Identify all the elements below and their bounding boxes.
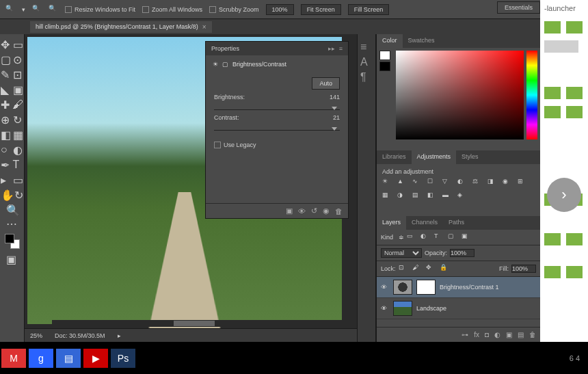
resize-windows-checkbox[interactable]: Resize Windows to Fit — [65, 6, 135, 13]
adjustments-tab[interactable]: Adjustments — [412, 150, 457, 164]
zoom-out-icon[interactable]: 🔍 — [49, 5, 58, 14]
lock-position-icon[interactable]: ✥ — [426, 264, 437, 273]
gradient-tool[interactable]: ▦ — [13, 129, 24, 141]
bg-action-btn[interactable] — [566, 106, 583, 118]
fill-screen-button[interactable]: Fill Screen — [348, 4, 390, 15]
artboard-tool[interactable]: ▭ — [13, 38, 24, 51]
lock-all-icon[interactable]: 🔒 — [440, 264, 451, 273]
filter-smart-icon[interactable]: ▣ — [462, 232, 472, 242]
color-lookup-adj-icon[interactable]: ▦ — [382, 191, 393, 201]
styles-tab[interactable]: Styles — [456, 150, 484, 164]
google-taskbar-icon[interactable]: g — [29, 349, 53, 368]
bg-action-btn[interactable] — [544, 233, 561, 245]
filter-shape-icon[interactable]: ▢ — [448, 232, 459, 242]
layer-row[interactable]: 👁 Landscape — [377, 298, 540, 319]
swatches-tab[interactable]: Swatches — [403, 34, 440, 48]
curves-adj-icon[interactable]: ∿ — [412, 178, 423, 187]
lasso-tool[interactable]: ⊙ — [13, 53, 24, 66]
history-brush-tool[interactable]: ↻ — [13, 113, 24, 126]
foreground-background-colors[interactable] — [5, 234, 20, 249]
hue-sat-adj-icon[interactable]: ◐ — [457, 178, 468, 187]
bg-action-btn[interactable] — [566, 266, 583, 278]
shape-tool[interactable]: ▭ — [13, 174, 24, 186]
layers-tab[interactable]: Layers — [377, 216, 406, 230]
color-tab[interactable]: Color — [377, 34, 403, 48]
workspace-switcher[interactable]: Essentials — [497, 1, 540, 14]
eraser-tool[interactable]: ◧ — [1, 129, 12, 141]
hand-tool[interactable]: ✋ — [1, 189, 13, 201]
tool-preset-dropdown[interactable]: ▾ — [22, 6, 25, 13]
gmail-taskbar-icon[interactable]: M — [1, 349, 26, 368]
invert-adj-icon[interactable]: ◑ — [397, 191, 408, 201]
frame-tool[interactable]: ▣ — [13, 83, 24, 96]
paths-tab[interactable]: Paths — [443, 216, 470, 230]
quick-mask-toggle[interactable]: ▣ — [6, 253, 18, 265]
lock-pixels-icon[interactable]: 🖌 — [412, 264, 423, 273]
marquee-tool[interactable]: ▢ — [1, 53, 12, 66]
brightness-contrast-adj-icon[interactable]: ☀ — [382, 178, 393, 187]
link-layers-icon[interactable]: ⊶ — [462, 331, 468, 338]
path-select-tool[interactable]: ▸ — [1, 174, 12, 186]
filter-adj-icon[interactable]: ◐ — [420, 232, 431, 242]
background-color-swatch[interactable] — [379, 62, 390, 71]
collapse-panel-icon[interactable]: ▸▸ — [328, 45, 335, 52]
auto-button[interactable]: Auto — [312, 77, 340, 90]
channel-mixer-adj-icon[interactable]: ⊞ — [518, 178, 529, 187]
zoom-in-icon[interactable]: 🔍 — [32, 5, 42, 14]
youtube-taskbar-icon[interactable]: ▶ — [83, 349, 108, 368]
layer-fx-icon[interactable]: fx — [474, 331, 479, 338]
crop-tool[interactable]: ⊡ — [13, 68, 24, 81]
type-tool[interactable]: T — [13, 159, 24, 171]
layer-row[interactable]: 👁 Brightness/Contrast 1 — [377, 277, 540, 298]
delete-adjustment-icon[interactable]: 🗑 — [335, 207, 343, 215]
dodge-tool[interactable]: ◐ — [13, 144, 24, 156]
horizontal-scrollbar[interactable] — [52, 320, 357, 327]
blur-tool[interactable]: ○ — [1, 144, 12, 156]
clone-stamp-tool[interactable]: ⊕ — [1, 113, 12, 126]
healing-brush-tool[interactable]: ✚ — [1, 98, 11, 111]
edit-toolbar[interactable]: ⋯ — [6, 217, 18, 230]
fit-screen-button[interactable]: Fit Screen — [301, 4, 341, 15]
next-arrow-button[interactable]: › — [547, 178, 581, 212]
add-mask-icon[interactable]: ◘ — [485, 331, 489, 338]
bg-action-btn[interactable] — [544, 21, 561, 34]
bg-action-btn[interactable] — [544, 266, 561, 278]
reset-icon[interactable]: ↺ — [311, 206, 317, 215]
bg-action-btn[interactable] — [566, 233, 583, 245]
selective-color-adj-icon[interactable]: ◈ — [457, 191, 468, 201]
threshold-adj-icon[interactable]: ◧ — [427, 191, 438, 201]
bw-adj-icon[interactable]: ◨ — [487, 178, 498, 187]
toggle-visibility-icon[interactable]: ◉ — [323, 206, 330, 215]
delete-layer-icon[interactable]: 🗑 — [529, 331, 536, 338]
pen-tool[interactable]: ✒ — [1, 159, 12, 171]
fill-input[interactable] — [511, 265, 536, 273]
visibility-eye-icon[interactable]: 👁 — [381, 305, 389, 312]
history-panel-icon[interactable]: ≡ — [360, 41, 373, 53]
layer-filter-kind[interactable]: Kind — [381, 234, 393, 241]
layer-mask-thumb[interactable] — [416, 280, 436, 295]
bg-action-btn[interactable] — [566, 87, 583, 99]
libraries-tab[interactable]: Libraries — [377, 150, 412, 164]
foreground-color-swatch[interactable] — [379, 51, 390, 60]
vibrance-adj-icon[interactable]: ▽ — [442, 178, 453, 187]
bg-action-btn[interactable] — [544, 87, 561, 99]
photo-filter-adj-icon[interactable]: ◉ — [503, 178, 513, 187]
view-previous-icon[interactable]: 👁 — [298, 207, 306, 215]
posterize-adj-icon[interactable]: ▤ — [412, 191, 423, 201]
photoshop-taskbar-icon[interactable]: Ps — [111, 349, 135, 368]
layer-name[interactable]: Brightness/Contrast 1 — [440, 284, 499, 291]
blend-mode-select[interactable]: Normal — [381, 248, 422, 258]
filter-type-icon[interactable]: T — [434, 232, 445, 242]
lock-transparency-icon[interactable]: ⊡ — [399, 264, 410, 273]
brush-tool[interactable]: 🖌 — [12, 98, 23, 111]
hue-slider[interactable] — [526, 51, 537, 139]
bg-action-btn[interactable] — [544, 106, 561, 118]
channels-tab[interactable]: Channels — [406, 216, 443, 230]
panel-menu-icon[interactable]: ≡ — [339, 45, 343, 52]
new-adjustment-icon[interactable]: ◐ — [494, 331, 500, 338]
clip-to-layer-icon[interactable]: ▣ — [286, 206, 293, 215]
color-field-picker[interactable] — [396, 51, 524, 139]
new-group-icon[interactable]: ▣ — [506, 331, 512, 338]
contrast-value[interactable]: 21 — [321, 114, 340, 121]
brightness-value[interactable]: 141 — [321, 94, 340, 101]
